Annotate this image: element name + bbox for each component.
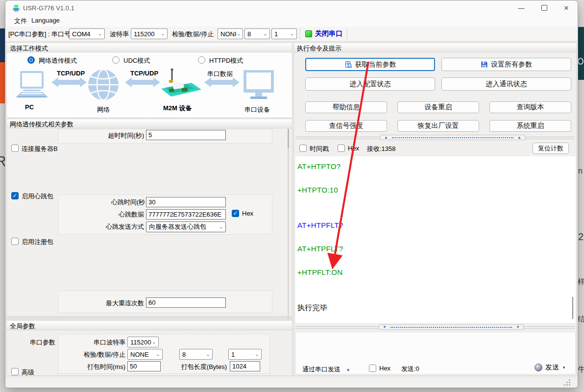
baud-select[interactable]: 115200 ⌄ <box>131 28 168 39</box>
menu-file[interactable]: 文件 <box>14 17 27 25</box>
diagram-pc-label: PC <box>25 103 34 111</box>
com-port-select[interactable]: COM4 ⌄ <box>69 28 105 39</box>
heartbeat-enable-label[interactable]: 启用心跳包 <box>22 192 53 201</box>
log-done-line: 执行完毕 <box>297 303 327 313</box>
query-signal-button[interactable]: 查信号强度 <box>305 120 387 132</box>
baud-value: 115200 <box>134 30 154 38</box>
send-button[interactable]: 发送 ▼ <box>535 363 566 372</box>
menu-language[interactable]: Language <box>31 17 60 24</box>
collapse-handle-down[interactable]: ▼ ▼ <box>379 324 524 330</box>
h-splitter[interactable] <box>5 318 293 318</box>
radio-udc[interactable] <box>112 56 120 64</box>
close-button[interactable]: ✕ <box>555 0 578 15</box>
help-label: 帮助信息 <box>333 103 360 112</box>
g-parity-select[interactable]: NONE ⌄ <box>127 349 163 360</box>
dropdown-arrow-icon: ▼ <box>346 368 350 372</box>
left-scrollbar[interactable] <box>288 129 289 319</box>
diagram-serial-label: 串口设备 <box>244 105 270 114</box>
enter-comm-button[interactable]: 进入通讯状态 <box>441 77 571 91</box>
hb-data-input[interactable] <box>146 209 226 220</box>
radio-udc-label[interactable]: UDC模式 <box>123 56 150 65</box>
log-hex-checkbox[interactable] <box>338 145 345 152</box>
left-scrollbar-thumb[interactable] <box>288 129 289 148</box>
diagram-m2m-label: M2M 设备 <box>163 104 192 113</box>
pc-serial-label: [PC串口参数] : 串口号 <box>8 30 71 39</box>
send-hex-label[interactable]: Hex <box>379 365 390 372</box>
chevron-down-icon: ⌄ <box>98 32 102 36</box>
radio-net-transparent[interactable] <box>27 56 35 64</box>
databits-select[interactable]: 8 ⌄ <box>244 28 270 39</box>
splitter-dots <box>390 327 512 328</box>
log-line: AT+HTPTO? <box>297 162 341 171</box>
toolbar-separator <box>347 28 347 40</box>
hb-hex-label[interactable]: Hex <box>242 210 253 217</box>
close-port-button[interactable]: 关闭串口 <box>315 29 342 38</box>
send-via-dropdown[interactable]: 通过串口发送 ▼ <box>302 365 350 374</box>
system-restart-button[interactable]: 系统重启 <box>489 120 571 132</box>
factory-reset-button[interactable]: 恢复出厂设置 <box>397 120 479 132</box>
register-enable-checkbox[interactable] <box>11 238 19 245</box>
hb-time-label: 心跳时间(秒 <box>81 198 145 207</box>
maximize-button[interactable] <box>533 0 556 15</box>
parity-label: 检验/数据/停止 <box>172 30 214 39</box>
reset-counter-button[interactable]: 复位计数 <box>533 143 569 154</box>
timestamp-label[interactable]: 时间戳 <box>310 145 329 153</box>
title-bar[interactable]: USR-G776 V1.0.1 — ✕ <box>5 0 578 15</box>
hb-mode-select[interactable]: 向服务器发送心跳包 ⌄ <box>146 221 226 232</box>
enter-config-button[interactable]: 进入配置状态 <box>305 77 435 91</box>
radio-httpd-label[interactable]: HTTPD模式 <box>209 56 243 65</box>
query-signal-label: 查信号强度 <box>329 122 364 130</box>
reboot-device-button[interactable]: 设备重启 <box>397 101 479 113</box>
query-version-label: 查询版本 <box>517 103 544 112</box>
chevron-down-icon: ⌄ <box>263 32 268 36</box>
server-b-checkbox[interactable] <box>11 145 19 152</box>
heartbeat-enable-checkbox[interactable]: ✓ <box>11 192 19 199</box>
serial-params-label: 串口参数 <box>30 338 55 347</box>
help-button[interactable]: 帮助信息 <box>305 101 387 113</box>
close-icon: ✕ <box>564 4 569 12</box>
diagram-link2-label: TCP/UDP <box>130 70 158 77</box>
h-splitter[interactable] <box>5 319 293 319</box>
check-icon: ✓ <box>233 210 238 217</box>
brand-orange-strip <box>0 62 5 103</box>
save-icon <box>481 61 488 68</box>
set-params-button[interactable]: 设置所有参数 <box>441 58 571 71</box>
g-parity-value: NONE <box>130 351 149 358</box>
log-scrollbar-thumb[interactable] <box>572 297 573 319</box>
hb-time-input[interactable] <box>146 197 226 207</box>
diagram-link3-label: 串口数据 <box>207 70 233 78</box>
g-baud-select[interactable]: 115200 ⌄ <box>127 337 159 347</box>
hb-hex-checkbox[interactable]: ✓ <box>232 210 239 217</box>
collapse-handle-up[interactable]: ▲ ▲ <box>380 135 525 140</box>
server-b-label[interactable]: 连接服务器B <box>22 145 58 153</box>
radio-httpd[interactable] <box>198 56 205 64</box>
send-hex-checkbox[interactable] <box>369 365 376 372</box>
g-stopbits-select[interactable]: 1 ⌄ <box>228 349 262 360</box>
radio-net-transparent-label[interactable]: 网络透传模式 <box>39 56 77 65</box>
get-params-button[interactable]: 获取当前参数 <box>305 58 435 71</box>
timestamp-checkbox[interactable] <box>299 145 307 152</box>
log-area[interactable] <box>295 156 576 323</box>
pack-time-label: 打包时间(ms) <box>79 363 125 371</box>
log-hex-label[interactable]: Hex <box>348 145 359 152</box>
enter-config-label: 进入配置状态 <box>350 80 391 89</box>
advanced-label[interactable]: 高级 <box>22 368 34 377</box>
register-enable-label[interactable]: 启用注册包 <box>22 238 53 246</box>
chevron-down-icon: ⌄ <box>152 340 156 344</box>
timeout-input[interactable] <box>146 130 226 140</box>
system-restart-label: 系统重启 <box>517 122 544 130</box>
search-doc-icon <box>344 61 352 69</box>
resize-grip[interactable] <box>569 379 570 381</box>
parity-select[interactable]: NONI ⌄ <box>218 28 243 39</box>
pack-len-input[interactable] <box>230 361 260 371</box>
max-reconnect-input[interactable] <box>146 297 226 308</box>
pack-time-input[interactable] <box>127 361 161 371</box>
advanced-checkbox[interactable] <box>11 368 19 375</box>
stopbits-select[interactable]: 1 ⌄ <box>271 28 297 39</box>
minimize-button[interactable]: — <box>510 0 533 15</box>
query-version-button[interactable]: 查询版本 <box>489 101 571 113</box>
port-open-led-icon <box>305 30 312 37</box>
g-databits-select[interactable]: 8 ⌄ <box>179 349 213 360</box>
app-window: USR-G776 V1.0.1 — ✕ 文件 Language [PC串口参数]… <box>5 0 578 388</box>
reboot-device-label: 设备重启 <box>425 103 452 112</box>
